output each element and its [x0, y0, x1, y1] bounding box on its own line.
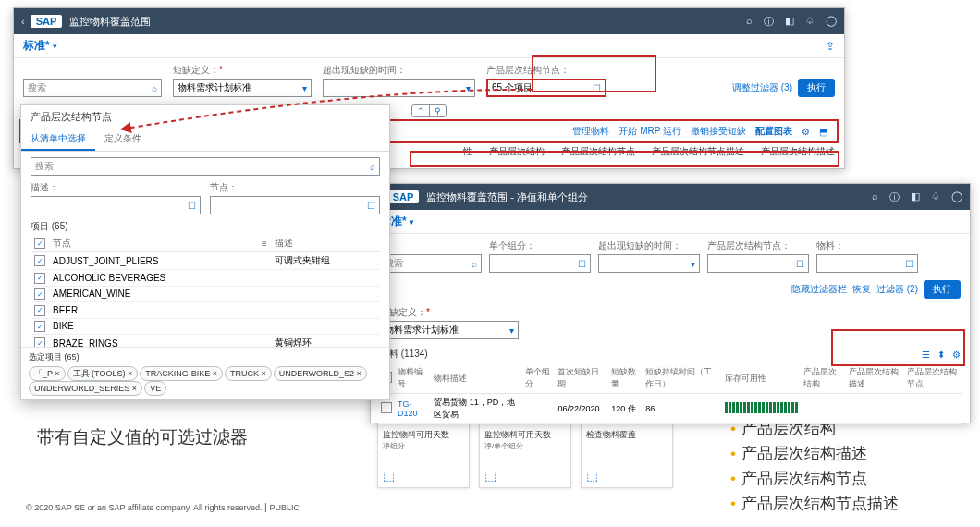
col-duration: 短缺持续时间（工作日） — [643, 363, 722, 394]
list-item[interactable]: ✓ALCOHOLIC BEVERAGES — [31, 270, 380, 287]
shortage-def-select[interactable]: 物料需求计划标准▾ — [173, 79, 312, 97]
list-icon[interactable]: ☰ — [922, 349, 930, 360]
col-qty: 短缺数量 — [608, 363, 643, 394]
chevron-down-icon[interactable]: ▾ — [410, 217, 414, 227]
col-tab-2[interactable]: 产品层次结构节点 — [561, 145, 635, 158]
single-comp-input[interactable]: ☐ — [489, 254, 591, 273]
search-input-1[interactable]: 搜索⌕ — [23, 79, 162, 97]
horizon-label-2: 超出现短缺的时间： — [598, 239, 700, 252]
row-checkbox[interactable] — [381, 402, 392, 413]
shell-icons: ⌕ ⓘ ◧ ♤ ◯ — [746, 15, 837, 29]
bell-icon[interactable]: ♤ — [805, 15, 815, 29]
row-checkbox[interactable]: ✓ — [34, 305, 45, 316]
col-phnode: 产品层次结构节点 — [904, 363, 962, 394]
help-icon[interactable]: ⓘ — [764, 15, 774, 29]
adjust-filters-link[interactable]: 调整过滤器 (3) — [732, 81, 792, 94]
execute-button-1[interactable]: 执行 — [798, 79, 835, 97]
variant-title-1[interactable]: 标准* — [23, 38, 50, 54]
row-checkbox[interactable]: ✓ — [34, 321, 45, 332]
chat-icon[interactable]: ◧ — [785, 15, 794, 29]
annotation-left: 带有自定义值的可选过滤器 — [37, 425, 248, 449]
col-tab-0[interactable]: 性 — [463, 145, 472, 158]
col-tab-3[interactable]: 产品层次结构节点描述 — [652, 145, 744, 158]
list-item[interactable]: ✓BEER — [31, 302, 380, 319]
col-ph: 产品层次结构 — [801, 363, 846, 394]
chat-icon[interactable]: ◧ — [911, 190, 920, 204]
row-checkbox[interactable]: ✓ — [34, 288, 45, 300]
start-mrp-link[interactable]: 开始 MRP 运行 — [619, 125, 681, 138]
tab-select-from-list[interactable]: 从清单中选择 — [21, 129, 95, 151]
gear-icon[interactable]: ⚙ — [952, 349, 961, 360]
col-matdesc: 物料描述 — [431, 363, 522, 394]
popup-search-input[interactable]: 搜索⌕ — [31, 157, 380, 176]
share-icon[interactable]: ⇪ — [826, 40, 835, 53]
expand-collapse-toggle[interactable]: ⌃⚲ — [411, 104, 447, 117]
horizon-input[interactable]: ▾ — [323, 79, 475, 97]
col-phdesc: 产品层次结构描述 — [846, 363, 904, 394]
tile-chart-icon: ⬚ — [484, 468, 566, 483]
tile-1[interactable]: 监控物料可用天数净组分⬚ — [377, 423, 470, 488]
filter-token[interactable]: 「_P × — [29, 366, 66, 381]
manage-materials-link[interactable]: 管理物料 — [572, 125, 609, 138]
export-icon[interactable]: ⬒ — [819, 127, 827, 137]
sort-icon[interactable]: ≡ — [258, 235, 271, 252]
table-row[interactable]: TG-D120 贸易货物 11，PD，地区贸易 06/22/2020 120 件… — [378, 394, 962, 424]
row-checkbox[interactable]: ✓ — [34, 273, 45, 284]
cell-matnum[interactable]: TG-D120 — [395, 394, 431, 424]
undo-shortage-link[interactable]: 撤销接受短缺 — [691, 125, 746, 138]
gear-icon[interactable]: ⚙ — [802, 127, 810, 137]
node-input[interactable]: 65 个项目☐ — [486, 79, 606, 97]
tile-chart-icon: ⬚ — [383, 468, 464, 483]
col-tab-1[interactable]: 产品层次结构 — [489, 145, 545, 158]
filter-token[interactable]: 工具 (TOOLS) × — [67, 366, 139, 381]
filter-token[interactable]: UNDERWORLD_SERIES × — [29, 381, 142, 396]
valuehelp-icon: ☐ — [367, 201, 375, 211]
checkbox-all[interactable]: ✓ — [34, 238, 45, 249]
help-icon[interactable]: ⓘ — [889, 190, 900, 204]
bullet-item: •产品层次结构节点 — [730, 466, 899, 491]
shell-title-1: 监控物料覆盖范围 — [69, 15, 746, 29]
user-icon[interactable]: ◯ — [826, 15, 837, 29]
horizon-input-2[interactable]: ▾ — [598, 254, 700, 273]
bullet-item: •产品层次结构描述 — [730, 441, 899, 466]
filter-token[interactable]: TRUCK × — [225, 366, 272, 381]
config-chart-link[interactable]: 配置图表 — [755, 125, 792, 138]
shortage-def-2[interactable]: 物料需求计划标准▾ — [380, 321, 519, 339]
search-input-2[interactable]: 搜索⌕ — [380, 254, 482, 273]
row-checkbox[interactable]: ✓ — [34, 255, 45, 266]
bell-icon[interactable]: ♤ — [931, 190, 940, 204]
filter-token[interactable]: TRACKING-BIKE × — [140, 366, 223, 381]
restore-link[interactable]: 恢复 — [852, 283, 871, 296]
tile-3[interactable]: 检查物料覆盖⬚ — [581, 423, 673, 488]
popup-node-input[interactable]: ☐ — [210, 196, 380, 214]
list-item[interactable]: ✓AMERICAN_WINE — [31, 286, 380, 302]
list-item[interactable]: ✓BIKE — [31, 318, 380, 335]
filters-link[interactable]: 过滤器 (2) — [876, 283, 918, 296]
selected-count: 选定项目 (65) — [29, 351, 382, 363]
node-label-2: 产品层次结构节点： — [707, 239, 809, 252]
chevron-down-icon: ▾ — [466, 83, 471, 93]
material-input[interactable]: ☐ — [816, 254, 918, 273]
chevron-down-icon[interactable]: ▾ — [53, 42, 57, 51]
node-input-2[interactable]: ☐ — [707, 254, 809, 273]
search-icon[interactable]: ⌕ — [872, 190, 878, 204]
back-icon[interactable]: ‹ — [21, 16, 25, 27]
single-comp-label: 单个组分： — [489, 239, 591, 252]
filter-token[interactable]: UNDERWORLD_S2 × — [274, 366, 367, 381]
cell-duration: 86 — [643, 394, 722, 424]
tab-define-conditions[interactable]: 定义条件 — [95, 129, 151, 151]
execute-button-2[interactable]: 执行 — [924, 280, 961, 299]
chart-icon[interactable]: ⬍ — [937, 349, 945, 360]
filter-token[interactable]: VE — [144, 381, 166, 396]
col-tab-4[interactable]: 产品层次结构描述 — [761, 145, 835, 158]
horizon-label: 超出现短缺的时间： — [323, 64, 475, 77]
user-icon[interactable]: ◯ — [951, 190, 962, 204]
popup-node-label: 节点： — [210, 181, 380, 194]
search-icon[interactable]: ⌕ — [746, 15, 753, 29]
cell-qty: 120 件 — [608, 394, 643, 424]
tile-2[interactable]: 监控物料可用天数净/单个组分⬚ — [479, 423, 571, 488]
availability-bar — [725, 402, 798, 413]
hide-filterbar-link[interactable]: 隐藏过滤器栏 — [791, 283, 847, 296]
popup-desc-input[interactable]: ☐ — [31, 196, 201, 214]
list-item[interactable]: ✓ADJUST_JOINT_PLIERS可调式夹钳组 — [31, 252, 380, 270]
